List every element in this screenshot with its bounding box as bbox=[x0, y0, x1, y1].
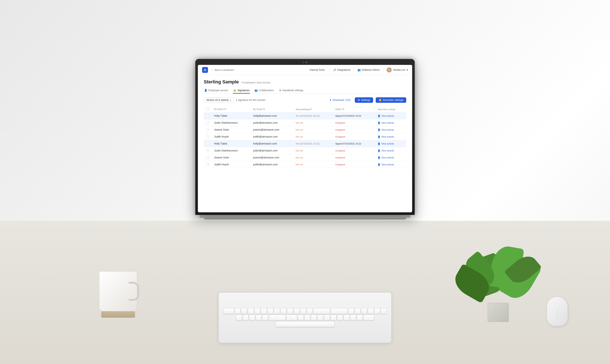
tab-collaborators-label: Collaborators bbox=[259, 89, 274, 92]
th-acknowledged: Acknowledged? bbox=[293, 106, 333, 113]
row-status: Unsigned bbox=[333, 126, 375, 133]
row-activity: 👤 View activity bbox=[375, 119, 406, 126]
key bbox=[249, 315, 255, 321]
download-csv-button[interactable]: ⬇ Download .CSV bbox=[328, 98, 352, 103]
row-checkbox[interactable] bbox=[206, 135, 209, 138]
user-nav[interactable]: VL Vanida Lim ▾ bbox=[387, 67, 408, 72]
activity-icon: 👤 bbox=[377, 122, 380, 124]
row-status: Signed 07/22/2021 15:22 bbox=[333, 140, 375, 147]
page-title: Sterling Sample bbox=[204, 79, 239, 85]
key bbox=[313, 308, 330, 314]
sig-count-label: 1 signature for this version bbox=[236, 99, 265, 102]
row-email: joanne@airmason.com bbox=[250, 154, 293, 161]
row-checkbox[interactable] bbox=[206, 122, 209, 124]
key bbox=[311, 315, 317, 321]
row-acknowledged: Not yet bbox=[293, 133, 333, 140]
row-checkbox[interactable] bbox=[206, 129, 209, 131]
th-checkbox bbox=[204, 106, 211, 113]
row-activity: 👤 View activity bbox=[375, 147, 406, 154]
coffee-mug bbox=[97, 271, 139, 318]
row-checkbox[interactable] bbox=[206, 163, 209, 166]
keyboard bbox=[219, 292, 391, 343]
tab-handbook-settings-label: Handbook settings bbox=[282, 89, 303, 92]
row-checkbox[interactable] bbox=[206, 143, 209, 145]
table-row: Judith Huynh judith@airmason.com Not yet… bbox=[204, 133, 406, 140]
integrations-nav[interactable]: 🔗 Integrations bbox=[333, 68, 351, 71]
key bbox=[304, 315, 310, 321]
tab-signatures[interactable]: ✍ Signatures bbox=[233, 88, 250, 93]
row-name: Judith Huynh bbox=[211, 133, 250, 140]
view-activity-link[interactable]: 👤 View activity bbox=[377, 135, 404, 138]
key bbox=[236, 315, 242, 321]
key bbox=[355, 308, 361, 314]
row-activity: 👤 View activity bbox=[375, 126, 406, 133]
view-activity-link[interactable]: 👤 View activity bbox=[377, 143, 404, 145]
org-nav[interactable]: 👥 AirMason Demo bbox=[358, 68, 380, 71]
camera-bar bbox=[198, 62, 412, 63]
internal-tools-nav[interactable]: Internal Tools bbox=[308, 68, 326, 72]
table-row: Judith Huynh judith@airmason.com Not yet… bbox=[204, 161, 406, 168]
key bbox=[235, 308, 241, 314]
key bbox=[286, 315, 297, 321]
view-activity-link[interactable]: 👤 View activity bbox=[377, 156, 404, 159]
row-acknowledged: Not yet bbox=[293, 161, 333, 168]
activity-icon: 👤 bbox=[377, 149, 380, 152]
signature-icon: ✍ bbox=[233, 89, 236, 92]
view-activity-link[interactable]: 👤 View activity bbox=[377, 129, 404, 131]
sort-status-icon[interactable]: ⇅ bbox=[343, 108, 345, 110]
key bbox=[243, 315, 249, 321]
row-status: Unsigned bbox=[333, 119, 375, 126]
app-window: A Back to dashboard Internal Tools 🔗 Int… bbox=[198, 65, 412, 212]
row-activity: 👤 View activity bbox=[375, 154, 406, 161]
tab-collaborators[interactable]: 👥 Collaborators bbox=[254, 88, 274, 93]
sort-icon[interactable]: ⇅ bbox=[224, 108, 226, 110]
th-status-label: Status bbox=[335, 108, 342, 110]
row-checkbox[interactable] bbox=[206, 156, 209, 159]
tab-handbook-settings[interactable]: ⚙ Handbook settings bbox=[279, 88, 304, 93]
page-subtitle: 4 employees have access bbox=[241, 81, 270, 84]
sort-email-icon[interactable]: ⇅ bbox=[263, 108, 265, 110]
row-checkbox[interactable] bbox=[206, 149, 209, 152]
settings-button[interactable]: ⚙ Settings bbox=[355, 97, 373, 103]
key bbox=[337, 315, 343, 321]
camera-dot bbox=[303, 62, 304, 63]
row-checkbox-cell bbox=[204, 140, 211, 147]
th-name: By Name ⇅ bbox=[211, 106, 250, 113]
integrations-icon: 🔗 bbox=[333, 68, 336, 71]
key bbox=[381, 308, 387, 314]
row-name: Holly Tubbs bbox=[211, 140, 250, 147]
table-row: Joanne Suter joanne@airmason.com Not yet… bbox=[204, 154, 406, 161]
key bbox=[294, 308, 300, 314]
signatures-table: By Name ⇅ By Email ⇅ Acknowledged? Statu… bbox=[204, 106, 406, 168]
page-content: Sterling Sample 4 employees have access … bbox=[198, 75, 412, 212]
view-activity-link[interactable]: 👤 View activity bbox=[377, 115, 404, 117]
table-row: Holly Tubbs holly@airmason.com Yes (07/2… bbox=[204, 113, 406, 119]
row-acknowledged: Not yet bbox=[293, 119, 333, 126]
table-row: Holly Tubbs holly@airmason.com Yes (07/2… bbox=[204, 140, 406, 147]
view-activity-link[interactable]: 👤 View activity bbox=[377, 163, 404, 166]
select-all-checkbox[interactable] bbox=[206, 108, 209, 111]
tab-employee-access-label: Employee access bbox=[208, 89, 228, 92]
key bbox=[324, 315, 330, 321]
row-acknowledged: Not yet bbox=[293, 147, 333, 154]
row-email: justin@airmason.com bbox=[250, 119, 293, 126]
activity-icon: 👤 bbox=[377, 163, 380, 166]
row-name: Judith Huynh bbox=[211, 161, 250, 168]
row-status: Unsigned bbox=[333, 154, 375, 161]
th-status: Status ⇅ bbox=[333, 106, 375, 113]
view-activity-link[interactable]: 👤 View activity bbox=[377, 122, 404, 124]
row-email: judith@airmason.com bbox=[250, 133, 293, 140]
potted-plant bbox=[467, 238, 530, 322]
th-email: By Email ⇅ bbox=[250, 106, 293, 113]
row-checkbox[interactable] bbox=[206, 115, 209, 117]
version-select[interactable]: Version 42.6 (latest) bbox=[204, 97, 233, 103]
reminder-settings-button[interactable]: 🔔 Reminder settings bbox=[376, 97, 406, 103]
key bbox=[256, 315, 262, 321]
view-activity-link[interactable]: 👤 View activity bbox=[377, 149, 404, 152]
back-to-dashboard-link[interactable]: Back to dashboard bbox=[211, 68, 234, 71]
row-name: Justin Gianfrancesco bbox=[211, 119, 250, 126]
row-acknowledged: Not yet bbox=[293, 154, 333, 161]
row-checkbox-cell bbox=[204, 126, 211, 133]
tab-employee-access[interactable]: 👤 Employee access bbox=[204, 88, 229, 93]
row-email: holly@airmason.com bbox=[250, 140, 293, 147]
